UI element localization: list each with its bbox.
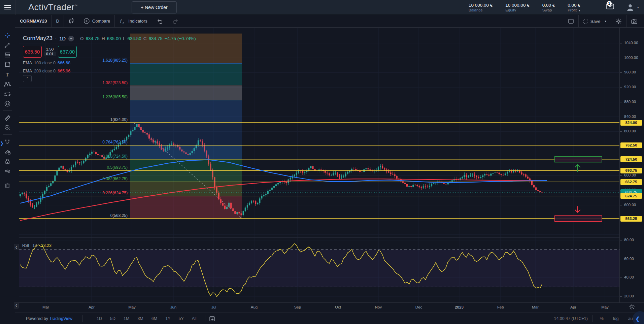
log-scale-button[interactable]: log	[611, 315, 621, 322]
go-to-date-button[interactable]	[205, 312, 219, 324]
range-button-5D[interactable]: 5D	[108, 315, 118, 322]
rsi-pane-collapse-handle[interactable]: ❮	[14, 244, 19, 250]
fib-retracement-icon	[4, 51, 11, 59]
cloud-save-icon	[583, 19, 588, 24]
range-button-1Y[interactable]: 1Y	[163, 315, 173, 322]
fib-retracement-tool-button[interactable]	[2, 50, 13, 60]
date-axis-settings-icon[interactable]	[629, 303, 635, 310]
axis-tick	[620, 296, 622, 297]
rsi-tick-label: 40.00	[624, 275, 634, 279]
chevron-down-icon[interactable]: ▾	[579, 9, 580, 12]
avatar-icon	[625, 2, 635, 12]
zoom-in-icon	[4, 124, 11, 131]
layout-panel-button[interactable]	[564, 15, 578, 28]
symbol-search-button[interactable]: CORNMAY23	[15, 15, 51, 28]
emoji-tool-button[interactable]	[2, 99, 13, 108]
drawing-tools-sidebar: T	[0, 28, 15, 324]
bottom-bar: Powered by TradingView 1D5D1M3M6M1Y5YAll…	[15, 313, 644, 324]
shapes-tool-button[interactable]	[2, 60, 13, 69]
axis-tick	[620, 58, 622, 58]
date-axis-collapse-handle[interactable]: ❮	[14, 302, 19, 309]
axis-tick	[620, 43, 622, 43]
indicator-row-ema200[interactable]: EMA200 close 0665.96	[23, 69, 70, 73]
range-button-1M[interactable]: 1M	[121, 315, 132, 322]
screenshot-button[interactable]	[626, 15, 642, 28]
price-tick-label: 1040.00	[624, 41, 638, 45]
undo-button[interactable]	[152, 15, 168, 28]
rsi-legend: RSI 14 33.23	[22, 243, 52, 248]
price-tick-label: 920.00	[624, 85, 636, 89]
top-app-bar: ActivTrader™ + New Order 10 000.00 €Bala…	[0, 0, 644, 15]
percent-scale-button[interactable]: %	[598, 315, 606, 322]
lock-all-tool-button[interactable]	[2, 156, 13, 166]
trend-line-icon	[4, 41, 11, 49]
sell-button[interactable]: 635.50	[23, 46, 42, 58]
new-order-button[interactable]: + New Order	[132, 1, 177, 13]
account-menu-button[interactable]: ▾	[625, 2, 641, 12]
zoom-in-tool-button[interactable]	[2, 123, 13, 132]
metric-equity: 10 000.00 €Equity	[505, 3, 529, 12]
price-badge-724.50: 724.50	[620, 156, 642, 162]
metric-value: 10 000.00 €	[505, 3, 529, 8]
change-value: −4.75 (−0.74%)	[165, 36, 196, 41]
rsi-tick-label: 60.00	[624, 257, 634, 261]
redo-button[interactable]	[168, 15, 183, 28]
indicator-row-ema100[interactable]: EMA100 close 0666.68	[23, 61, 70, 65]
range-button-3M[interactable]: 3M	[135, 315, 145, 322]
axis-tick	[620, 240, 622, 240]
chart-settings-button[interactable]	[611, 15, 626, 28]
save-label: Save	[590, 19, 601, 24]
fib-label: 0.236(624.75)	[102, 191, 128, 195]
redo-icon	[172, 18, 179, 24]
text-tool-button[interactable]: T	[2, 69, 13, 79]
fib-label: 0.618(724.50)	[102, 154, 128, 159]
hide-drawings-tool-button[interactable]	[2, 166, 13, 176]
buy-button[interactable]: 637.00	[58, 46, 77, 58]
rsi-value: 33.23	[41, 243, 52, 248]
svg-text:T: T	[6, 72, 9, 77]
axis-tick	[620, 259, 622, 259]
metric-profit: 0.00 €Profit▾	[568, 3, 580, 12]
svg-text:x: x	[123, 21, 124, 24]
month-label-Apr: Apr	[89, 305, 95, 309]
forecast-tool-button[interactable]	[2, 89, 13, 99]
interval-button[interactable]: D	[52, 15, 63, 28]
fib-label: 1.618(985.25)	[102, 58, 128, 63]
price-tick-label: 880.00	[624, 100, 636, 104]
shapes-icon	[4, 61, 11, 68]
mail-button[interactable]: 1	[606, 3, 617, 13]
month-label-Nov: Nov	[375, 305, 382, 309]
lock-all-icon	[4, 158, 11, 165]
left-panel-expand-chevron[interactable]: ❯	[0, 141, 4, 146]
trend-line-tool-button[interactable]	[2, 40, 13, 50]
date-axis[interactable]: MarAprMayJunJulAugSepOctNovDec2023FebMar…	[15, 302, 644, 313]
ohlc-values: O634.75 H635.00 L634.50 C634.75 −4.75 (−…	[80, 36, 196, 41]
ruler-tool-button[interactable]	[2, 113, 13, 123]
crosshair-tool-button[interactable]	[2, 30, 13, 40]
legend-symbol[interactable]: CornMay23	[23, 35, 53, 42]
server-clock[interactable]: 14:00:47 (UTC+1)	[554, 316, 587, 321]
legend-collapse-button[interactable]: ⌃	[23, 75, 32, 82]
xabcd-pattern-tool-button[interactable]	[2, 79, 13, 89]
tradingview-link[interactable]: TradingView	[49, 316, 72, 321]
chart-style-button[interactable]	[64, 15, 79, 28]
fib-label: 1.382(923.50)	[102, 80, 128, 85]
range-button-6M[interactable]: 6M	[149, 315, 160, 322]
range-button-5Y[interactable]: 5Y	[176, 315, 186, 322]
legend-hide-button[interactable]: −	[68, 36, 74, 41]
hide-drawings-icon	[4, 167, 11, 175]
price-badge-824.00: 824.00	[620, 120, 642, 126]
undo-icon	[157, 18, 163, 24]
price-axis[interactable]: 1040.001000.00960.00920.00880.00840.0080…	[619, 28, 644, 302]
compare-button[interactable]: Compare	[79, 15, 114, 28]
range-button-1D[interactable]: 1D	[94, 315, 104, 322]
metric-label: Equity	[505, 8, 529, 12]
month-label-Jun: Jun	[170, 305, 177, 309]
indicators-button[interactable]: f x Indicators	[115, 15, 151, 28]
save-layout-button[interactable]: Save ▾	[579, 15, 611, 28]
drawing-lock-tool-button[interactable]	[2, 147, 13, 156]
range-button-All[interactable]: All	[190, 315, 199, 322]
hamburger-menu-button[interactable]	[0, 0, 15, 15]
remove-drawings-tool-button[interactable]	[2, 180, 13, 190]
axis-tick	[620, 102, 622, 102]
